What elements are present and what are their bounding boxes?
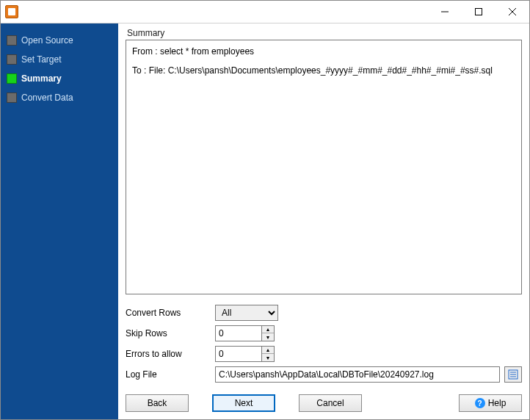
step-indicator-icon [7, 93, 17, 103]
minimize-icon [441, 8, 449, 15]
close-icon [509, 8, 516, 15]
maximize-button[interactable] [462, 1, 495, 23]
log-file-label: Log File [126, 369, 215, 380]
errors-row: Errors to allow ▲ ▼ [126, 346, 522, 362]
wizard-sidebar: Open Source Set Target Summary Convert D… [1, 23, 118, 419]
sidebar-item-set-target[interactable]: Set Target [5, 50, 114, 69]
convert-rows-label: Convert Rows [126, 308, 215, 318]
help-button[interactable]: ? Help [459, 394, 522, 412]
errors-label: Errors to allow [126, 349, 215, 359]
skip-rows-spinner: ▲ ▼ [215, 325, 275, 341]
log-file-row: Log File [126, 366, 522, 383]
log-file-browse-button[interactable] [504, 366, 522, 383]
skip-rows-up-button[interactable]: ▲ [262, 326, 274, 333]
sidebar-item-label: Summary [21, 73, 62, 84]
next-button[interactable]: Next [212, 394, 275, 412]
svg-rect-1 [476, 9, 482, 15]
sidebar-item-open-source[interactable]: Open Source [5, 31, 114, 50]
log-file-input[interactable] [215, 366, 500, 383]
errors-spinner: ▲ ▼ [215, 346, 275, 362]
step-indicator-icon [7, 73, 17, 84]
step-indicator-icon [7, 54, 17, 65]
sidebar-item-convert-data[interactable]: Convert Data [5, 88, 114, 107]
back-button[interactable]: Back [126, 394, 189, 412]
cancel-button[interactable]: Cancel [299, 394, 362, 412]
errors-up-button[interactable]: ▲ [262, 347, 274, 354]
sidebar-item-label: Open Source [21, 35, 73, 46]
app-window: Open Source Set Target Summary Convert D… [0, 0, 530, 420]
sidebar-item-label: Convert Data [21, 93, 73, 103]
minimize-button[interactable] [428, 1, 462, 23]
close-button[interactable] [495, 1, 529, 23]
convert-rows-row: Convert Rows All [126, 305, 522, 321]
title-bar [1, 1, 529, 23]
main-panel: Summary From : select * from employees T… [118, 23, 529, 419]
window-controls [428, 1, 529, 23]
summary-from-line: From : select * from employees [132, 45, 515, 58]
help-icon: ? [475, 398, 485, 408]
summary-text-area[interactable]: From : select * from employees To : File… [126, 40, 522, 294]
errors-down-button[interactable]: ▼ [262, 354, 274, 361]
window-body: Open Source Set Target Summary Convert D… [1, 23, 529, 419]
skip-rows-label: Skip Rows [126, 328, 215, 338]
app-icon [5, 5, 18, 18]
section-title: Summary [126, 26, 522, 40]
maximize-icon [475, 8, 482, 15]
convert-rows-select[interactable]: All [215, 305, 278, 321]
step-indicator-icon [7, 35, 17, 46]
options-form: Convert Rows All Skip Rows ▲ ▼ [126, 305, 522, 383]
wizard-button-bar: Back Next Cancel ? Help [126, 394, 522, 412]
sidebar-item-summary[interactable]: Summary [5, 69, 114, 88]
errors-input[interactable] [215, 346, 262, 362]
skip-rows-input[interactable] [215, 325, 262, 341]
browse-icon [508, 369, 518, 380]
skip-rows-row: Skip Rows ▲ ▼ [126, 325, 522, 341]
skip-rows-down-button[interactable]: ▼ [262, 333, 274, 341]
summary-to-line: To : File: C:\Users\pansh\Documents\empl… [132, 64, 515, 77]
sidebar-item-label: Set Target [21, 54, 61, 65]
